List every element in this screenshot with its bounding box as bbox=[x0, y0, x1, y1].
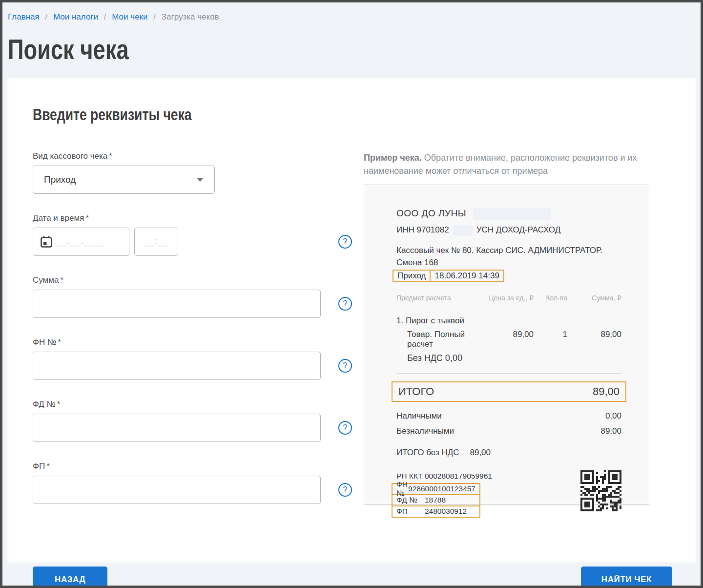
time-input[interactable] bbox=[142, 228, 171, 255]
receipt-total-highlight: ИТОГО 89,00 bbox=[392, 381, 626, 402]
back-button[interactable]: НАЗАД bbox=[33, 567, 107, 588]
fd-input-box[interactable] bbox=[33, 414, 321, 442]
example-receipt: ООО ДО ЛУНЫ ИНН 9701082УСН ДОХОД-РАСХОД … bbox=[364, 185, 649, 504]
chevron-down-icon bbox=[197, 178, 204, 182]
breadcrumb-separator: / bbox=[104, 12, 106, 21]
required-mark: * bbox=[46, 462, 50, 471]
field-receipt-type: Вид кассового чека* Приход bbox=[33, 151, 355, 194]
footer-actions: НАЗАД НАЙТИ ЧЕК bbox=[33, 567, 672, 588]
breadcrumb-current: Загрузка чеков bbox=[162, 12, 219, 21]
receipt-type-select[interactable]: Приход bbox=[33, 166, 215, 194]
receipt-datetime-highlight: 18.06.2019 14:39 bbox=[430, 270, 504, 282]
redacted-block bbox=[473, 208, 551, 220]
breadcrumb-separator: / bbox=[45, 12, 47, 21]
required-mark: * bbox=[57, 399, 61, 409]
receipt-cashless-line: Безналичными89,00 bbox=[396, 425, 621, 437]
receipt-divider bbox=[396, 373, 621, 374]
receipt-shift-line: Смена 168 bbox=[396, 258, 621, 268]
breadcrumb-link-my-taxes[interactable]: Мои налоги bbox=[53, 12, 98, 21]
fp-input[interactable] bbox=[40, 476, 313, 504]
receipt-fn-highlight: ФН № 9286000100123457 bbox=[392, 483, 480, 495]
help-icon[interactable]: ? bbox=[338, 483, 352, 497]
field-datetime: Дата и время* bbox=[33, 213, 355, 256]
help-icon[interactable]: ? bbox=[338, 297, 352, 311]
top-band: Главная / Мои налоги / Мои чеки / Загруз… bbox=[2, 2, 701, 64]
breadcrumb: Главная / Мои налоги / Мои чеки / Загруз… bbox=[8, 12, 701, 22]
receipt-table-header: Предмет расчета Цена за ед., ₽ Кол-во Су… bbox=[396, 294, 621, 308]
fd-input[interactable] bbox=[40, 414, 313, 441]
receipt-type-label: Вид кассового чека* bbox=[33, 151, 355, 161]
help-icon[interactable]: ? bbox=[338, 359, 352, 373]
fn-input-box[interactable] bbox=[33, 352, 321, 380]
page-frame: Главная / Мои налоги / Мои чеки / Загруз… bbox=[0, 0, 703, 588]
find-receipt-button[interactable]: НАЙТИ ЧЕК bbox=[581, 567, 672, 588]
receipt-operation-line: Приход 18.06.2019 14:39 bbox=[393, 270, 621, 282]
calendar-icon bbox=[40, 235, 53, 248]
breadcrumb-separator: / bbox=[153, 12, 156, 21]
fd-label: ФД №* bbox=[33, 399, 355, 409]
receipt-inn-line: ИНН 9701082УСН ДОХОД-РАСХОД bbox=[396, 225, 621, 236]
receipt-type-value: Приход bbox=[44, 174, 76, 185]
receipt-payments: Наличными0,00 Безналичными89,00 bbox=[396, 410, 621, 437]
amount-input-box[interactable] bbox=[33, 290, 321, 318]
receipt-org-line: ООО ДО ЛУНЫ bbox=[396, 208, 621, 220]
receipt-cashier-line: Кассовый чек № 80. Кассир СИС. АДМИНИСТР… bbox=[396, 245, 621, 256]
time-input-box[interactable] bbox=[134, 228, 178, 256]
field-amount: Сумма* ? bbox=[33, 275, 355, 318]
date-input-box[interactable] bbox=[33, 228, 129, 256]
qr-code bbox=[580, 470, 621, 511]
field-fp: ФП* ? bbox=[33, 462, 355, 504]
receipt-cash-line: Наличными0,00 bbox=[396, 410, 621, 422]
receipt-form: Вид кассового чека* Приход Дата и время* bbox=[33, 151, 355, 524]
datetime-label: Дата и время* bbox=[33, 213, 355, 223]
fn-label: ФН №* bbox=[33, 337, 355, 347]
required-mark: * bbox=[58, 337, 61, 347]
field-fd: ФД №* ? bbox=[33, 399, 355, 442]
date-input[interactable] bbox=[57, 228, 122, 255]
field-fn: ФН №* ? bbox=[33, 337, 355, 380]
receipt-requisites: РН ККТ 0002808179059961 ФН № 92860001001… bbox=[396, 470, 621, 518]
receipt-vat-line: Без НДС 0,00 bbox=[396, 353, 621, 363]
breadcrumb-link-my-receipts[interactable]: Мои чеки bbox=[112, 12, 147, 21]
help-icon[interactable]: ? bbox=[338, 421, 352, 435]
amount-label: Сумма* bbox=[33, 275, 355, 285]
required-mark: * bbox=[60, 275, 63, 285]
amount-input[interactable] bbox=[40, 290, 313, 317]
redacted-block bbox=[453, 225, 473, 236]
required-mark: * bbox=[85, 213, 89, 223]
fp-label: ФП* bbox=[33, 462, 355, 471]
receipt-item-name: 1. Пирог с тыквой bbox=[396, 316, 621, 326]
fp-input-box[interactable] bbox=[33, 476, 321, 504]
form-heading: Введите реквизиты чека bbox=[33, 105, 672, 124]
help-icon[interactable]: ? bbox=[338, 235, 352, 249]
example-column: Пример чека. Обратите внимание, располож… bbox=[355, 151, 672, 524]
required-mark: * bbox=[109, 151, 112, 161]
receipt-item-detail: Товар. Полный расчет 89,00 1 89,00 bbox=[396, 330, 621, 349]
fn-input[interactable] bbox=[40, 352, 313, 379]
receipt-total-no-vat-line: ИТОГО без НДС89,00 bbox=[396, 448, 621, 458]
receipt-fp-highlight: ФП 2480030912 bbox=[392, 505, 480, 518]
example-intro: Пример чека. Обратите внимание, располож… bbox=[364, 151, 657, 178]
receipt-fd-highlight: ФД № 18788 bbox=[392, 494, 480, 506]
page-title: Поиск чека bbox=[8, 35, 701, 64]
breadcrumb-link-home[interactable]: Главная bbox=[8, 12, 40, 21]
content-card: Введите реквизиты чека Вид кассового чек… bbox=[7, 78, 696, 563]
receipt-operation-highlight: Приход bbox=[393, 270, 431, 282]
